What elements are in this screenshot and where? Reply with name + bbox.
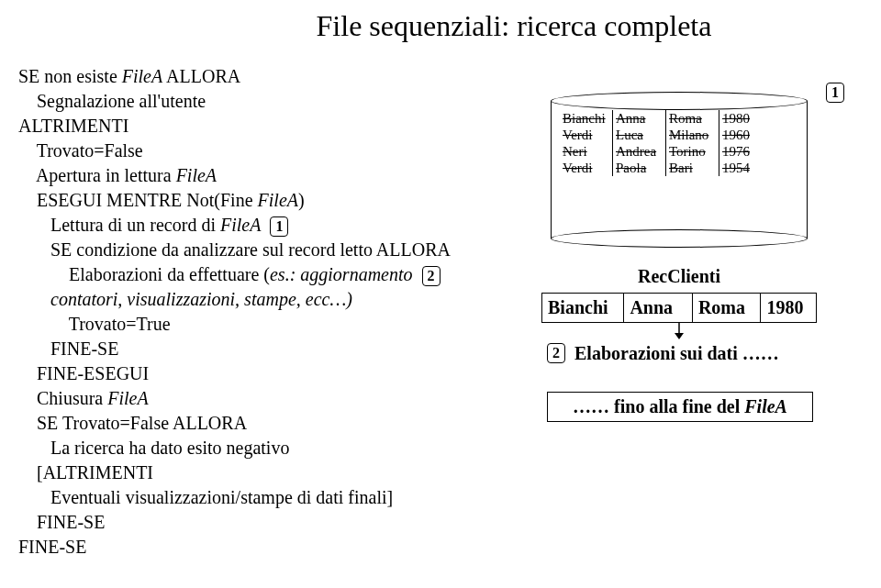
t: SE Trovato=False ALLORA [18,411,505,436]
current-record-row: Bianchi Anna Roma 1980 [541,293,817,323]
db-table: Bianchi Anna Roma 1980 Verdi Luca Milano… [560,110,798,176]
arrow-down-icon [541,323,817,339]
c: Bianchi [560,110,613,127]
t: FileA [744,396,787,416]
c: 1976 [719,143,758,160]
step-2-box-code: 2 [422,266,440,286]
c: Milano [666,127,719,143]
c: Anna [624,294,693,322]
t: contatori, visualizzazioni, stampe, ecc…… [18,287,505,312]
t: La ricerca ha dato esito negativo [18,436,505,460]
database-cylinder: Bianchi Anna Roma 1980 Verdi Luca Milano… [551,92,808,239]
c: Roma [666,110,719,127]
t: ALLORA [162,66,240,86]
table-row: Verdi Luca Milano 1960 [560,127,798,143]
c: 1954 [719,160,758,176]
rec-label: RecClienti [551,266,808,287]
t: FileA [176,165,217,185]
c: Neri [560,143,613,160]
t: FINE-ESEGUI [18,361,505,386]
step-1-box-code: 1 [270,216,288,237]
c: 1980 [761,294,816,322]
t: ) [298,190,305,210]
t: es.: aggiornamento [270,264,413,284]
step-2-box-diagram: 2 [547,343,565,363]
t: SE condizione da analizzare sul record l… [18,238,505,262]
svg-marker-1 [675,333,684,339]
t: Apertura in lettura [18,165,176,185]
c: Andrea [613,143,666,160]
c: Anna [613,110,666,127]
t: FileA [107,388,148,408]
c: Torino [666,143,719,160]
elaboration-text: Elaborazioni sui dati …… [574,343,863,364]
t: ALTRIMENTI [18,114,505,139]
c: 1960 [719,127,758,143]
slide-title: File sequenziali: ricerca completa [147,0,881,61]
table-row: Bianchi Anna Roma 1980 [560,110,798,127]
t: FileA [258,190,298,210]
t: Lettura di un record di [18,215,220,235]
diagram-area: 1 Bianchi Anna Roma 1980 Verdi Luca Mila… [532,92,863,422]
c: Roma [693,294,762,322]
table-row: Neri Andrea Torino 1976 [560,143,798,160]
cylinder-top [551,92,808,110]
t: FileA [220,215,261,235]
t: Eventuali visualizzazioni/stampe di dati… [18,485,505,510]
t: SE non esiste [18,66,122,86]
t: …… fino alla fine del [573,396,744,416]
t: ESEGUI MENTRE Not(Fine [18,190,258,210]
end-of-file-box: …… fino alla fine del FileA [547,392,813,422]
t: Elaborazioni da effettuare ( [18,264,270,284]
step-1-box-diagram: 1 [826,83,844,103]
t: FINE-SE [18,510,505,535]
t: Trovato=False [18,139,505,163]
c: Bari [666,160,719,176]
c: Bianchi [542,294,624,322]
c: Luca [613,127,666,143]
t: FINE-SE [18,337,505,361]
t: Chiusura [18,388,107,408]
t: Segnalazione all'utente [18,89,505,114]
cylinder-bottom [551,229,808,248]
c: Paola [613,160,666,176]
t: [ALTRIMENTI [18,460,505,485]
c: 1980 [719,110,758,127]
t: Trovato=True [18,312,505,337]
c: Verdi [560,160,613,176]
table-row: Verdi Paola Bari 1954 [560,160,798,176]
t: FINE-SE [18,535,505,560]
t: FileA [122,66,162,86]
pseudocode-block: SE non esiste FileA ALLORA Segnalazione … [18,64,505,560]
c: Verdi [560,127,613,143]
